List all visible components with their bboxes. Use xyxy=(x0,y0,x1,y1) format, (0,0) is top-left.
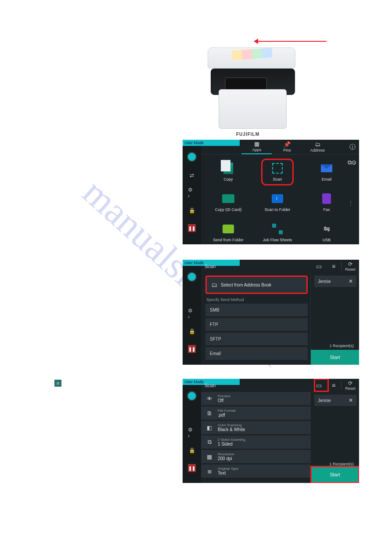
settings-sliders-icon[interactable]: ≡ xyxy=(326,382,341,389)
address-book-label: Select from Address Book xyxy=(221,283,271,287)
setting-color[interactable]: ◧ Color Scanning Black & White xyxy=(201,421,311,434)
tab-pins[interactable]: 📌 Pins xyxy=(272,140,302,154)
job-flow-icon xyxy=(271,222,284,236)
rail-lock-icon[interactable]: 🔒 xyxy=(188,327,196,335)
addressbook-icon: 🗂 xyxy=(315,141,320,147)
callout-arrow-line xyxy=(255,41,327,42)
setting-label: File Format xyxy=(218,409,235,413)
app-fax[interactable]: Fax xyxy=(313,192,341,212)
app-send-from-folder-label: Send from Folder xyxy=(213,238,244,242)
printer-brand-label: FUJIFILM xyxy=(236,132,259,137)
recipient-count: 1 Recipient(s) xyxy=(329,344,354,348)
file-icon: 🗎 xyxy=(205,410,213,417)
scan-destination-screen: User Mode ⚙ › 🔒 ❚❚ Scan ▭ ≡ ⟳ Reset 🗂 xyxy=(183,260,359,365)
address-book-highlight: 🗂 Select from Address Book xyxy=(205,276,308,294)
setting-original-type[interactable]: ≣ Original Type Text xyxy=(201,464,311,478)
scan-settings-screen: User Mode ⚙ › 🔒 ❚❚ Scan ▭ ≡ ⟳ Reset 👁 Pr… xyxy=(183,379,359,483)
tab-address[interactable]: 🗂 Address xyxy=(302,140,333,154)
rail-icon-1[interactable]: ⇄ xyxy=(188,171,196,179)
start-button[interactable]: Start xyxy=(311,350,359,365)
more-options-icon[interactable]: ⋮ xyxy=(348,200,354,207)
callout-arrow-head xyxy=(254,39,258,44)
setting-label: Preview xyxy=(218,394,230,398)
rail-settings-icon[interactable]: ⚙ › xyxy=(188,429,196,437)
method-email[interactable]: Email xyxy=(205,347,308,360)
tab-apps[interactable]: ▦ Apps xyxy=(241,140,272,154)
rail-lock-icon[interactable]: 🔒 xyxy=(188,207,196,214)
rail-pause-icon[interactable]: ❚❚ xyxy=(188,224,196,232)
reset-button[interactable]: ⟳ Reset xyxy=(342,261,359,272)
app-copy-id-label: Copy (ID Card) xyxy=(215,207,242,212)
reset-label: Reset xyxy=(345,267,356,272)
left-rail: ⚙ › 🔒 ❚❚ xyxy=(183,266,201,365)
app-send-from-folder[interactable]: Send from Folder xyxy=(214,222,242,242)
user-avatar-icon[interactable] xyxy=(187,272,197,282)
book-icon[interactable]: ▭ xyxy=(311,263,326,270)
tab-pins-label: Pins xyxy=(283,148,291,152)
settings-icon-highlight xyxy=(315,380,327,391)
rail-pause-icon[interactable]: ❚❚ xyxy=(188,345,196,353)
rail-settings-icon[interactable]: ⚙ › xyxy=(188,189,196,197)
display-settings-icon[interactable]: ⧉⚙ xyxy=(348,159,356,166)
id-card-icon xyxy=(222,192,235,205)
reset-icon: ⟳ xyxy=(348,261,352,267)
app-scan-to-folder[interactable]: Scan to Folder xyxy=(263,192,291,212)
setting-two-sided[interactable]: ⧉ 2 Sided Scanning 1 Sided xyxy=(201,435,311,449)
copy-icon xyxy=(222,162,235,175)
reset-button[interactable]: ⟳ Reset xyxy=(342,380,359,391)
start-button[interactable]: Start xyxy=(312,467,358,482)
fax-icon xyxy=(320,192,333,205)
method-smb[interactable]: SMB xyxy=(205,304,308,316)
user-avatar-icon[interactable] xyxy=(187,152,197,162)
recipient-count: 1 Recipient(s) xyxy=(329,462,354,466)
specify-method-label: Specify Send Method xyxy=(206,297,307,302)
tab-apps-label: Apps xyxy=(252,148,261,152)
app-usb[interactable]: ⇋ USB xyxy=(313,222,341,242)
setting-resolution[interactable]: ▦ Resolution 200 dpi xyxy=(201,450,311,463)
recipient-name: Jennie xyxy=(318,398,331,403)
recipient-chip[interactable]: Jennie ✕ xyxy=(314,276,356,287)
reset-label: Reset xyxy=(345,386,356,391)
recipient-chip[interactable]: Jennie ✕ xyxy=(314,395,356,406)
app-copy-id[interactable]: Copy (ID Card) xyxy=(214,192,242,212)
app-job-flow-label: Job Flow Sheets xyxy=(263,238,292,242)
rail-lock-icon[interactable]: 🔒 xyxy=(188,446,196,454)
start-button-highlight: Start xyxy=(312,467,358,482)
scan-icon xyxy=(271,162,284,175)
settings-sliders-inline-icon: ≡ xyxy=(54,380,61,387)
setting-label: 2 Sided Scanning xyxy=(218,438,245,442)
app-copy-label: Copy xyxy=(223,177,233,181)
app-scan[interactable]: Scan xyxy=(263,162,291,181)
user-avatar-icon[interactable] xyxy=(187,391,197,401)
app-fax-label: Fax xyxy=(323,207,330,212)
select-from-address-book-button[interactable]: 🗂 Select from Address Book xyxy=(207,277,306,293)
home-top-tabs: ▦ Apps 📌 Pins 🗂 Address xyxy=(201,140,359,155)
settings-sliders-icon[interactable]: ≡ xyxy=(326,263,341,270)
left-rail: ⚙ › 🔒 ❚❚ xyxy=(183,385,201,483)
setting-preview[interactable]: 👁 Preview Off xyxy=(201,392,311,405)
setting-value: .pdf xyxy=(218,413,235,417)
resolution-icon: ▦ xyxy=(205,453,213,460)
email-icon xyxy=(320,162,333,175)
app-copy[interactable]: Copy xyxy=(214,162,242,181)
usb-icon: ⇋ xyxy=(320,222,333,236)
setting-label: Color Scanning xyxy=(218,423,245,427)
rail-pause-icon[interactable]: ❚❚ xyxy=(188,464,196,472)
app-job-flow[interactable]: Job Flow Sheets xyxy=(263,222,291,242)
setting-value: Text xyxy=(218,471,238,475)
tab-address-label: Address xyxy=(310,148,325,152)
apps-grid-icon: ▦ xyxy=(254,141,259,147)
original-type-icon: ≣ xyxy=(205,468,213,475)
method-sftp[interactable]: SFTP xyxy=(205,333,308,345)
remove-recipient-icon[interactable]: ✕ xyxy=(349,278,353,284)
printer-illustration: FUJIFILM xyxy=(205,43,298,131)
app-email[interactable]: Email xyxy=(313,162,341,181)
setting-value: Off xyxy=(218,398,230,403)
setting-file-format[interactable]: 🗎 File Format .pdf xyxy=(201,406,311,420)
method-ftp[interactable]: FTP xyxy=(205,318,308,331)
scan-to-folder-icon xyxy=(271,192,284,205)
rail-settings-icon[interactable]: ⚙ › xyxy=(188,310,196,318)
home-screen: User Mode ⇄ ⚙ › 🔒 ❚❚ ▦ Apps 📌 Pins 🗂 Add… xyxy=(183,140,359,244)
help-icon[interactable]: ⓘ xyxy=(349,143,356,151)
remove-recipient-icon[interactable]: ✕ xyxy=(349,397,353,403)
